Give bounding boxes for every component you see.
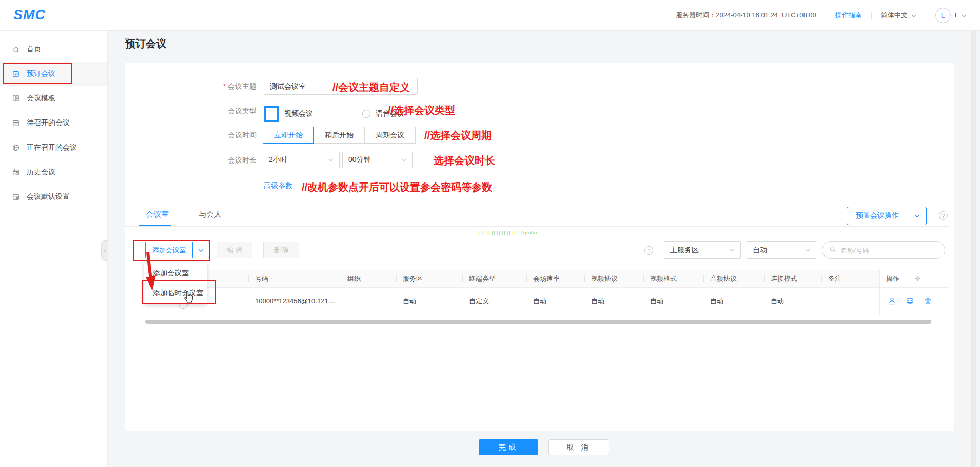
sidebar-item-history-meetings[interactable]: 历史会议 — [0, 160, 107, 185]
duration-minute-value: 00分钟 — [348, 155, 371, 165]
menu-item-add-temp-meeting-room[interactable]: 添加临时会议室 — [144, 283, 207, 303]
language-label: 简体中文 — [881, 11, 908, 20]
tab-bar: 会议室 与会人 — [146, 210, 222, 219]
cancel-button[interactable]: 取 消 — [548, 439, 609, 455]
advanced-params-link[interactable]: 高级参数 — [264, 181, 292, 191]
table-header-remark[interactable]: 备注 — [822, 270, 879, 287]
table-header-audio-protocol[interactable]: 音频协议 — [704, 270, 765, 287]
sidebar-item-label: 待召开的会议 — [27, 118, 70, 128]
duration-hour-select[interactable]: 2小时 — [263, 152, 340, 168]
terminal-icon[interactable] — [906, 297, 914, 306]
sidebar-item-book-meeting[interactable]: 预订会议 — [0, 62, 107, 86]
chevron-down-icon — [962, 11, 967, 19]
confirm-button[interactable]: 完成 — [479, 439, 538, 455]
row-remark-cell — [822, 288, 879, 315]
table-header-service-area[interactable]: 服务区 — [397, 270, 463, 287]
auto-filter-value: 自动 — [753, 246, 767, 255]
sidebar-item-ongoing-meetings[interactable]: 正在召开的会议 — [0, 135, 107, 160]
horizontal-scrollbar[interactable] — [145, 320, 931, 324]
sidebar-item-label: 会议默认设置 — [27, 192, 70, 201]
operation-guide-link[interactable]: 操作指南 — [835, 11, 862, 20]
booking-form-card: *会议主题 //会议主题自定义 会议类型 视频会议 语音会议 //选择会议类型 … — [125, 63, 954, 431]
user-menu[interactable]: L — [955, 11, 967, 19]
help-icon[interactable]: ? — [644, 246, 653, 255]
preset-meeting-actions-button[interactable]: 预置会议操作 — [847, 207, 927, 225]
topbar-divider — [926, 12, 926, 19]
help-icon[interactable]: ? — [939, 211, 948, 220]
calendar-icon — [12, 119, 20, 127]
watermark: 口口口口口口口口-Apollo — [478, 230, 537, 236]
vertical-scrollbar[interactable] — [971, 31, 976, 467]
search-input[interactable] — [840, 247, 938, 254]
sidebar: 首页 预订会议 会议模板 待召开的会议 正在召开的会议 历史会议 会议默认设置 — [0, 31, 108, 467]
actions-header-label: 操作 — [886, 274, 899, 283]
segment-start-now[interactable]: 立即开始 — [263, 127, 314, 144]
table-header-connect-mode[interactable]: 连接模式 — [765, 270, 822, 287]
trash-icon[interactable] — [924, 297, 932, 306]
add-meeting-room-button[interactable]: 添加会议室 — [145, 242, 209, 258]
sidebar-item-meeting-template[interactable]: 会议模板 — [0, 86, 107, 111]
row-rate-cell: 自动 — [527, 288, 585, 315]
table-row[interactable]: 10000**123456@10.121.... 自动 自定义 自动 自动 自动… — [145, 288, 949, 315]
auto-filter-select[interactable]: 自动 — [747, 241, 816, 259]
participant-icon[interactable] — [888, 297, 896, 306]
gear-icon[interactable] — [914, 275, 922, 282]
sidebar-item-label: 历史会议 — [27, 168, 55, 177]
segment-start-later[interactable]: 稍后开始 — [313, 127, 365, 144]
type-annotation: //选择会议类型 — [388, 104, 455, 117]
sidebar-item-label: 首页 — [27, 45, 41, 54]
duration-hour-value: 2小时 — [269, 155, 287, 165]
tab-divider — [125, 226, 949, 227]
language-selector[interactable]: 简体中文 — [881, 11, 916, 20]
segment-cycle-meeting[interactable]: 周期会议 — [364, 127, 416, 144]
sidebar-collapse-handle[interactable]: ‹ — [101, 240, 108, 261]
subject-label-wrap: *会议主题 — [125, 82, 257, 91]
subject-label: 会议主题 — [228, 82, 257, 90]
server-area-value: 主服务区 — [670, 246, 699, 255]
table-header: 号码 组织 服务区 终端类型 会场速率 视频协议 视频格式 音频协议 连接模式 … — [145, 270, 949, 288]
row-connect-mode-cell: 自动 — [765, 288, 822, 315]
user-name: L — [955, 11, 958, 19]
row-terminal-type-cell: 自定义 — [463, 288, 527, 315]
sidebar-item-upcoming-meetings[interactable]: 待召开的会议 — [0, 111, 107, 135]
row-video-format-cell: 自动 — [644, 288, 704, 315]
row-video-protocol-cell: 自动 — [585, 288, 644, 315]
table-header-video-protocol[interactable]: 视频协议 — [585, 270, 644, 287]
meeting-type-options: 视频会议 语音会议 — [264, 106, 404, 122]
chevron-down-icon — [908, 207, 926, 225]
tab-participants[interactable]: 与会人 — [199, 210, 222, 219]
app-window: SMC 服务器时间： 2024-04-10 16:01:24 UTC+08:00… — [0, 0, 980, 467]
tab-meeting-room[interactable]: 会议室 — [146, 210, 169, 219]
avatar[interactable]: L — [935, 8, 951, 23]
table-header-actions: 操作 — [879, 270, 949, 287]
table-header-rate[interactable]: 会场速率 — [527, 270, 585, 287]
radio-video-meeting[interactable] — [264, 106, 279, 122]
topbar-right: 服务器时间： 2024-04-10 16:01:24 UTC+08:00 操作指… — [676, 8, 967, 23]
topbar-divider — [826, 12, 826, 19]
duration-annotation: 选择会议时长 — [434, 154, 495, 168]
table-header-org[interactable]: 组织 — [341, 270, 397, 287]
home-icon — [12, 45, 20, 53]
add-room-dropdown-menu: 添加会议室 添加临时会议室 — [144, 262, 207, 304]
server-area-select[interactable]: 主服务区 — [664, 241, 741, 259]
search-icon — [829, 246, 836, 255]
edit-button[interactable]: 编 辑 — [217, 242, 252, 258]
chevron-down-icon[interactable] — [192, 242, 209, 258]
page-title: 预订会议 — [125, 37, 166, 51]
delete-button[interactable]: 删 除 — [263, 242, 299, 258]
sidebar-item-label: 会议模板 — [27, 94, 55, 103]
globe-icon — [12, 144, 20, 152]
row-actions-cell — [879, 288, 949, 315]
table-header-number[interactable]: 号码 — [249, 270, 341, 287]
radio-audio-meeting[interactable] — [362, 110, 370, 118]
table-header-terminal-type[interactable]: 终端类型 — [463, 270, 527, 287]
server-time-label: 服务器时间： — [676, 11, 716, 20]
template-icon — [12, 94, 20, 103]
meeting-time-segments: 立即开始 稍后开始 周期会议 — [263, 127, 416, 144]
sidebar-item-meeting-default-settings[interactable]: 会议默认设置 — [0, 185, 107, 209]
duration-minute-select[interactable]: 00分钟 — [342, 152, 413, 168]
sidebar-item-label: 正在召开的会议 — [27, 143, 77, 152]
table-header-video-format[interactable]: 视频格式 — [644, 270, 704, 287]
menu-item-add-meeting-room[interactable]: 添加会议室 — [144, 263, 207, 283]
sidebar-item-home[interactable]: 首页 — [0, 37, 107, 62]
